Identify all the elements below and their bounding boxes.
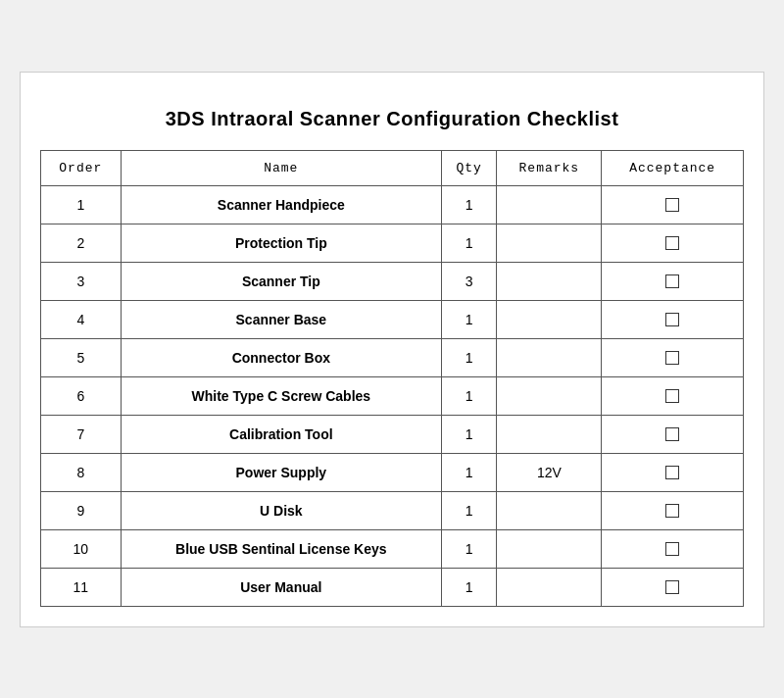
acceptance-checkbox[interactable] <box>665 274 679 288</box>
cell-order: 11 <box>41 568 122 606</box>
acceptance-checkbox[interactable] <box>665 389 679 403</box>
col-qty: Qty <box>441 150 496 185</box>
cell-qty: 1 <box>441 568 496 606</box>
cell-order: 1 <box>41 185 122 224</box>
acceptance-checkbox[interactable] <box>665 542 679 556</box>
cell-qty: 1 <box>441 415 496 453</box>
cell-acceptance[interactable] <box>602 224 744 262</box>
col-remarks: Remarks <box>497 150 602 185</box>
cell-name: Scanner Tip <box>121 262 441 300</box>
cell-name: User Manual <box>121 568 441 606</box>
table-row: 6White Type C Screw Cables1 <box>41 376 744 415</box>
cell-qty: 1 <box>441 185 496 224</box>
cell-acceptance[interactable] <box>602 453 744 491</box>
table-row: 9U Disk1 <box>41 491 744 529</box>
checklist-container: 3DS Intraoral Scanner Configuration Chec… <box>20 72 764 627</box>
cell-acceptance[interactable] <box>602 491 744 529</box>
cell-name: Blue USB Sentinal License Keys <box>121 529 441 568</box>
cell-order: 9 <box>41 491 122 529</box>
cell-qty: 1 <box>441 491 496 529</box>
cell-remarks <box>497 491 602 529</box>
table-row: 1Scanner Handpiece1 <box>41 185 744 224</box>
cell-acceptance[interactable] <box>602 529 744 568</box>
table-row: 10Blue USB Sentinal License Keys1 <box>41 529 744 568</box>
cell-order: 4 <box>41 300 122 338</box>
cell-acceptance[interactable] <box>602 376 744 415</box>
table-row: 7Calibration Tool1 <box>41 415 744 453</box>
table-row: 11User Manual1 <box>41 568 744 606</box>
table-row: 3Scanner Tip3 <box>41 262 744 300</box>
table-body: 1Scanner Handpiece12Protection Tip13Scan… <box>41 185 744 606</box>
cell-order: 6 <box>41 376 122 415</box>
cell-remarks <box>497 529 602 568</box>
cell-qty: 3 <box>441 262 496 300</box>
acceptance-checkbox[interactable] <box>665 198 679 212</box>
cell-remarks <box>497 300 602 338</box>
cell-remarks <box>497 376 602 415</box>
table-row: 5Connector Box1 <box>41 338 744 376</box>
cell-name: Calibration Tool <box>121 415 441 453</box>
checklist-table: Order Name Qty Remarks Acceptance 1Scann… <box>40 150 744 607</box>
col-acceptance: Acceptance <box>602 150 744 185</box>
cell-remarks <box>497 185 602 224</box>
col-order: Order <box>41 150 122 185</box>
cell-order: 2 <box>41 224 122 262</box>
checklist-title: 3DS Intraoral Scanner Configuration Chec… <box>40 92 744 150</box>
cell-acceptance[interactable] <box>602 568 744 606</box>
cell-name: U Disk <box>121 491 441 529</box>
cell-qty: 1 <box>441 224 496 262</box>
cell-name: Scanner Base <box>121 300 441 338</box>
cell-name: Protection Tip <box>121 224 441 262</box>
acceptance-checkbox[interactable] <box>665 236 679 250</box>
acceptance-checkbox[interactable] <box>665 313 679 326</box>
cell-remarks <box>497 415 602 453</box>
cell-name: Power Supply <box>121 453 441 491</box>
acceptance-checkbox[interactable] <box>665 580 679 594</box>
table-row: 8Power Supply112V <box>41 453 744 491</box>
cell-remarks <box>497 568 602 606</box>
cell-qty: 1 <box>441 300 496 338</box>
cell-order: 7 <box>41 415 122 453</box>
cell-qty: 1 <box>441 529 496 568</box>
cell-acceptance[interactable] <box>602 262 744 300</box>
table-row: 2Protection Tip1 <box>41 224 744 262</box>
cell-name: Scanner Handpiece <box>121 185 441 224</box>
cell-remarks <box>497 262 602 300</box>
acceptance-checkbox[interactable] <box>665 466 679 479</box>
cell-name: White Type C Screw Cables <box>121 376 441 415</box>
cell-acceptance[interactable] <box>602 185 744 224</box>
table-header-row: Order Name Qty Remarks Acceptance <box>41 150 744 185</box>
acceptance-checkbox[interactable] <box>665 504 679 518</box>
table-row: 4Scanner Base1 <box>41 300 744 338</box>
cell-qty: 1 <box>441 338 496 376</box>
cell-order: 3 <box>41 262 122 300</box>
cell-order: 8 <box>41 453 122 491</box>
cell-order: 5 <box>41 338 122 376</box>
col-name: Name <box>121 150 441 185</box>
cell-acceptance[interactable] <box>602 300 744 338</box>
cell-name: Connector Box <box>121 338 441 376</box>
cell-acceptance[interactable] <box>602 338 744 376</box>
cell-acceptance[interactable] <box>602 415 744 453</box>
cell-remarks: 12V <box>497 453 602 491</box>
cell-remarks <box>497 224 602 262</box>
cell-remarks <box>497 338 602 376</box>
cell-qty: 1 <box>441 376 496 415</box>
cell-qty: 1 <box>441 453 496 491</box>
cell-order: 10 <box>41 529 122 568</box>
acceptance-checkbox[interactable] <box>665 427 679 441</box>
acceptance-checkbox[interactable] <box>665 351 679 365</box>
